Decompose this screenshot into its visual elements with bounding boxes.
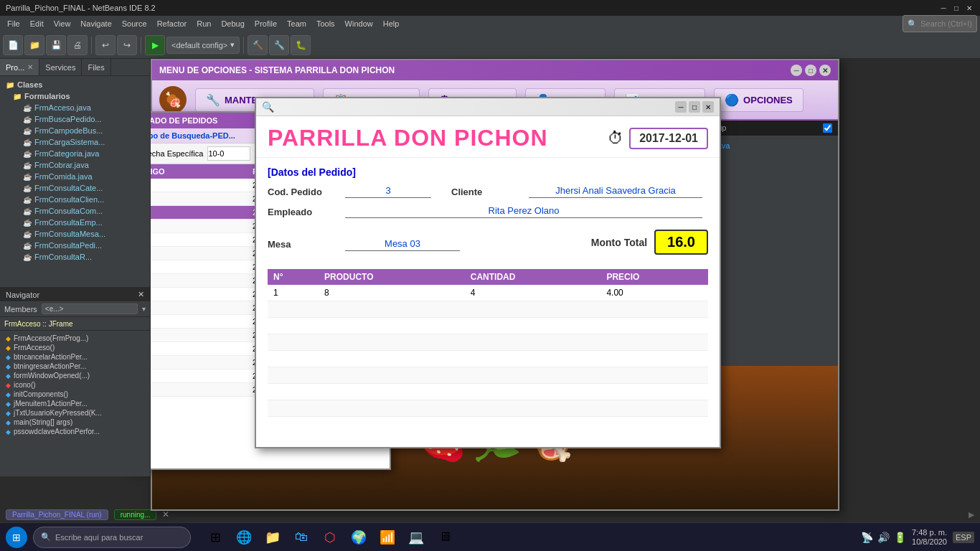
filter-input[interactable]: <e...> xyxy=(42,303,138,314)
tab-projects[interactable]: Pro... ✕ xyxy=(0,59,39,75)
product-row[interactable]: 1844.00 xyxy=(268,285,708,301)
tree-item-frmconsultamesa[interactable]: ☕ FrmConsultaMesa... xyxy=(3,228,147,240)
taskbar-chrome-button[interactable]: 🌍 xyxy=(346,524,372,550)
filter-options-icon[interactable]: ▾ xyxy=(142,305,146,313)
nav-member-btningresar[interactable]: ◆ btningresarActionPer... xyxy=(3,362,147,371)
close-icon[interactable]: ✕ xyxy=(819,65,831,76)
close-projects-icon[interactable]: ✕ xyxy=(27,63,33,71)
nav-member-btncancelar[interactable]: ◆ btncancelarActionPer... xyxy=(3,352,147,362)
tree-item-frmbuscapedido[interactable]: ☕ FrmBuscaPedido... xyxy=(3,113,147,125)
close-navigator-icon[interactable]: ✕ xyxy=(138,290,144,299)
menu-help[interactable]: Help xyxy=(379,18,404,29)
clean-build-button[interactable]: 🔧 xyxy=(269,35,289,55)
run-project-button[interactable]: Parrilla_Pichon_FINAL (run) xyxy=(6,509,108,520)
tree-item-frmacceso[interactable]: ☕ FrmAcceso.java xyxy=(3,102,147,113)
taskbar-right: 📡 🔊 🔋 7:48 p. m. 10/8/2020 ESP xyxy=(861,528,974,546)
tree-item-formularios[interactable]: 📁 Formularios xyxy=(3,90,147,102)
menu-tools[interactable]: Tools xyxy=(312,18,339,29)
window-controls[interactable]: ─ □ ✕ xyxy=(938,3,974,13)
tree-item-frmconsultaclien[interactable]: ☕ FrmConsultaClien... xyxy=(3,194,147,205)
close-status-icon[interactable]: ✕ xyxy=(162,509,169,519)
tree-item-frmconsultacate[interactable]: ☕ FrmConsultaCate... xyxy=(3,182,147,194)
taskbar-explorer-button[interactable]: 📁 xyxy=(260,524,286,550)
start-button[interactable]: ⊞ xyxy=(6,527,27,548)
tree-item-frmcobrar[interactable]: ☕ FrmCobrar.java xyxy=(3,159,147,171)
java-file-icon: ☕ xyxy=(23,253,32,261)
nav-member-jtxtusuario[interactable]: ◆ jTxtUsuarioKeyPressed(K... xyxy=(3,408,147,418)
open-project-button[interactable]: 📁 xyxy=(24,35,44,55)
tree-item-clases[interactable]: 📁 Clases xyxy=(3,79,147,90)
battery-icon[interactable]: 🔋 xyxy=(894,532,906,543)
menu-source[interactable]: Source xyxy=(118,18,151,29)
close-button[interactable]: ✕ xyxy=(964,3,974,13)
tree-item-frmcargasistema[interactable]: ☕ FrmCargaSistema... xyxy=(3,136,147,148)
menu-edit[interactable]: Edit xyxy=(26,18,48,29)
network-icon[interactable]: 📡 xyxy=(861,532,873,543)
pedido-close-icon[interactable]: ✕ xyxy=(702,101,714,113)
volume-icon[interactable]: 🔊 xyxy=(877,532,890,543)
tree-item-frmconsultaemp[interactable]: ☕ FrmConsultaEmp... xyxy=(3,217,147,228)
nav-member-jmenuitem[interactable]: ◆ jMenuitem1ActionPer... xyxy=(3,399,147,408)
nav-member-initcomponents[interactable]: ◆ initComponents() xyxy=(3,390,147,399)
nav-member-icono[interactable]: ◆ icono() xyxy=(3,380,147,390)
pedido-date-area: ⏱ 2017-12-01 xyxy=(608,128,708,149)
col-producto: PRODUCTO xyxy=(319,269,465,285)
maximize-button[interactable]: □ xyxy=(951,3,961,13)
new-project-button[interactable]: 📄 xyxy=(3,35,23,55)
taskbar-search[interactable]: 🔍 Escribe aquí para buscar xyxy=(33,527,191,548)
menu-navigate[interactable]: Navigate xyxy=(76,18,116,29)
taskbar-store-button[interactable]: 🛍 xyxy=(288,524,314,550)
nav-member-formwindow[interactable]: ◆ formWindowOpened(...) xyxy=(3,371,147,380)
scroll-right-icon[interactable]: ▶ xyxy=(969,510,974,519)
nav-member-pssowdclave[interactable]: ◆ pssowdclaveActionPerfor... xyxy=(3,427,147,436)
redo-button[interactable]: ↪ xyxy=(117,35,137,55)
taskbar-app9-button[interactable]: 🖥 xyxy=(432,524,458,550)
product-row-empty xyxy=(268,384,708,400)
menu-bar: File Edit View Navigate Source Refactor … xyxy=(0,16,980,32)
print-button[interactable]: 🖨 xyxy=(67,35,88,55)
startup-checkbox[interactable] xyxy=(823,123,832,133)
tree-item-frmcomida[interactable]: ☕ FrmComida.java xyxy=(3,171,147,182)
menu-opciones-controls[interactable]: ─ □ ✕ xyxy=(791,65,831,76)
nav-opciones-button[interactable]: 🔵 OPCIONES xyxy=(714,88,804,112)
menu-refactor[interactable]: Refactor xyxy=(153,18,192,29)
tree-item-frmcampodebus[interactable]: ☕ FrmCampodeBus... xyxy=(3,125,147,136)
menu-team[interactable]: Team xyxy=(283,18,311,29)
filter-date-input[interactable] xyxy=(207,146,250,161)
config-dropdown[interactable]: <default config> ▾ xyxy=(166,37,240,54)
tab-services[interactable]: Services xyxy=(39,59,82,75)
taskbar-app8-button[interactable]: 💻 xyxy=(403,524,429,550)
taskbar-view-button[interactable]: ⊞ xyxy=(202,524,228,550)
monto-total-label: Monto Total xyxy=(591,237,647,248)
maximize-icon[interactable]: □ xyxy=(805,65,816,76)
taskbar-edge-button[interactable]: 🌐 xyxy=(231,524,257,550)
menu-run[interactable]: Run xyxy=(192,18,215,29)
tab-files[interactable]: Files xyxy=(82,59,110,75)
nav-member-constructor2[interactable]: ◆ FrmAcceso() xyxy=(3,343,147,352)
tree-item-frmconsultacom[interactable]: ☕ FrmConsultaCom... xyxy=(3,205,147,217)
pedido-controls[interactable]: ─ □ ✕ xyxy=(675,101,714,113)
build-button[interactable]: 🔨 xyxy=(248,35,268,55)
menu-view[interactable]: View xyxy=(50,18,75,29)
minimize-button[interactable]: ─ xyxy=(938,3,948,13)
search-bar[interactable]: 🔍 Search (Ctrl+I) xyxy=(903,15,977,32)
pedido-minimize-icon[interactable]: ─ xyxy=(675,101,687,113)
language-indicator[interactable]: ESP xyxy=(953,532,974,543)
debug-button[interactable]: 🐛 xyxy=(291,35,311,55)
undo-button[interactable]: ↩ xyxy=(95,35,116,55)
run-button[interactable]: ▶ xyxy=(145,35,165,55)
nav-member-main[interactable]: ◆ main(String[] args) xyxy=(3,418,147,427)
tree-item-frmcategoria[interactable]: ☕ FrmCategoria.java xyxy=(3,148,147,159)
nav-member-constructor1[interactable]: ◆ FrmAcceso(FrmProg...) xyxy=(3,334,147,343)
pedido-maximize-icon[interactable]: □ xyxy=(689,101,700,113)
tree-item-frmconsultapedi[interactable]: ☕ FrmConsultaPedi... xyxy=(3,240,147,251)
taskbar-office-button[interactable]: ⬡ xyxy=(317,524,343,550)
menu-file[interactable]: File xyxy=(3,18,24,29)
menu-debug[interactable]: Debug xyxy=(217,18,248,29)
tree-item-frmconsultar[interactable]: ☕ FrmConsultaR... xyxy=(3,251,147,263)
taskbar-app7-button[interactable]: 📶 xyxy=(374,524,400,550)
menu-profile[interactable]: Profile xyxy=(250,18,281,29)
minimize-icon[interactable]: ─ xyxy=(791,65,802,76)
menu-window[interactable]: Window xyxy=(341,18,377,29)
save-button[interactable]: 💾 xyxy=(46,35,66,55)
